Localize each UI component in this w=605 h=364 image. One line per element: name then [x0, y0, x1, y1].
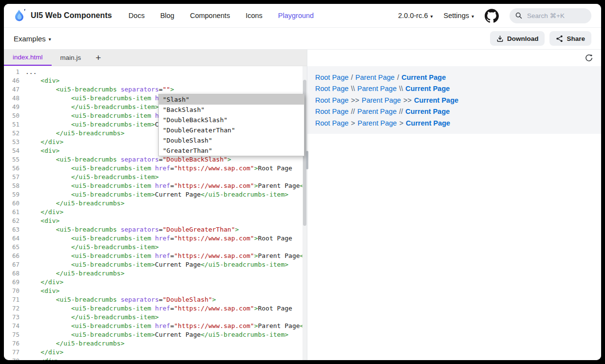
code-token: </ui5-breadcrumbs-item> — [71, 313, 159, 321]
nav-link-icons[interactable]: Icons — [246, 12, 263, 19]
download-button[interactable]: Download — [490, 31, 545, 46]
code-line[interactable]: 57 </ui5-breadcrumbs-item> — [4, 173, 307, 182]
code-line[interactable]: 75 <ui5-breadcrumbs-item>Current Page</u… — [4, 330, 307, 339]
version-label: 2.0.0-rc.6 — [398, 12, 428, 19]
code-line[interactable]: 76 </ui5-breadcrumbs> — [4, 339, 307, 348]
code-token: <ui5-breadcrumbs — [56, 296, 117, 303]
breadcrumb-link[interactable]: Root Page — [315, 85, 349, 92]
tab-main.js[interactable]: main.js — [52, 50, 90, 66]
autocomplete-item[interactable]: "DoubleBackSlash" — [159, 115, 304, 125]
code-line[interactable]: 69 </div> — [4, 278, 307, 287]
code-token: </ui5-breadcrumbs> — [56, 129, 125, 137]
code-text: </div> — [25, 278, 307, 287]
breadcrumb-link[interactable]: Parent Page — [358, 108, 397, 115]
nav-link-docs[interactable]: Docs — [129, 12, 145, 19]
download-label: Download — [507, 35, 539, 42]
code-token: Current Page — [155, 261, 201, 268]
code-line[interactable]: 60 </ui5-breadcrumbs> — [4, 199, 307, 208]
line-number: 75 — [4, 330, 25, 339]
line-number: 69 — [4, 278, 25, 287]
code-line[interactable]: 59 <ui5-breadcrumbs-item>Current Page</u… — [4, 190, 307, 199]
code-line[interactable]: 73 </ui5-breadcrumbs-item> — [4, 313, 307, 322]
breadcrumb-row: Root Page>Parent Page>Current Page — [315, 117, 593, 129]
share-button[interactable]: Share — [549, 31, 591, 46]
code-line[interactable]: 66 <ui5-breadcrumbs-item href="https://w… — [4, 252, 307, 260]
code-line[interactable]: 77 </div> — [4, 348, 307, 357]
code-text: <ui5-breadcrumbs separators="DoubleGreat… — [25, 225, 307, 234]
code-line[interactable]: 46 <div> — [4, 76, 307, 85]
breadcrumb-link[interactable]: Parent Page — [358, 85, 397, 92]
code-token — [117, 296, 121, 303]
autocomplete-item[interactable]: "DoubleGreaterThan" — [159, 125, 304, 135]
line-number: 57 — [4, 173, 25, 182]
code-line[interactable]: 56 <ui5-breadcrumbs-item href="https://w… — [4, 164, 307, 173]
code-line[interactable]: 65 </ui5-breadcrumbs-item> — [4, 243, 307, 252]
breadcrumb-link[interactable]: Parent Page — [358, 119, 397, 127]
code-line[interactable]: 78 <div> — [4, 357, 307, 360]
breadcrumb-current: Current Page — [405, 85, 450, 92]
autocomplete-item[interactable]: "BackSlash" — [159, 105, 304, 115]
autocomplete-item[interactable]: "GreaterThan" — [159, 146, 304, 156]
settings-dropdown[interactable]: Settings ▾ — [444, 12, 474, 19]
breadcrumb-row: Root Page//Parent Page//Current Page — [315, 106, 593, 118]
chevron-down-icon: ▾ — [49, 36, 51, 42]
code-token: <ui5-breadcrumbs-item — [71, 164, 151, 172]
code-token: </div> — [40, 138, 63, 146]
breadcrumb-link[interactable]: Root Page — [315, 108, 349, 115]
search-box[interactable] — [510, 8, 591, 23]
code-line[interactable]: 62 <div> — [4, 217, 307, 225]
code-token: = — [159, 86, 163, 93]
autocomplete-item[interactable]: "DoubleSlash" — [159, 135, 304, 146]
autocomplete-item[interactable]: "Slash" — [159, 94, 304, 105]
code-line[interactable]: 47 <ui5-breadcrumbs separators=""> — [4, 85, 307, 94]
code-token: Root Page — [258, 235, 292, 242]
github-link[interactable] — [485, 9, 499, 23]
code-line[interactable]: 63 <ui5-breadcrumbs separators="DoubleGr… — [4, 225, 307, 234]
code-line[interactable]: 64 <ui5-breadcrumbs-item href="https://w… — [4, 234, 307, 243]
code-token — [151, 94, 155, 102]
breadcrumb-link[interactable]: Parent Page — [356, 73, 395, 81]
nav-link-playground[interactable]: Playground — [278, 12, 314, 19]
brand[interactable]: UI5 Web Components — [14, 8, 112, 23]
code-line[interactable]: 74 <ui5-breadcrumbs-item href="https://w… — [4, 322, 307, 330]
nav-link-components[interactable]: Components — [190, 12, 230, 19]
code-line[interactable]: 70 <div> — [4, 287, 307, 295]
code-token: Parent Page — [258, 322, 300, 329]
line-number: 49 — [4, 103, 25, 111]
nav-link-blog[interactable]: Blog — [160, 12, 174, 19]
code-token — [25, 182, 71, 189]
line-number: 55 — [4, 155, 25, 164]
breadcrumb-link[interactable]: Root Page — [315, 119, 349, 127]
code-token: href — [155, 182, 170, 189]
new-tab-button[interactable]: + — [90, 50, 107, 66]
code-line[interactable]: 1... — [4, 68, 307, 76]
code-text: <ui5-breadcrumbs-item href="https://www.… — [25, 322, 307, 330]
code-token — [151, 112, 155, 119]
breadcrumb-separator: // — [399, 108, 403, 115]
code-line[interactable]: 71 <ui5-breadcrumbs separators="DoubleSl… — [4, 295, 307, 304]
splitter-handle[interactable] — [306, 151, 308, 169]
code-line[interactable]: 67 <ui5-breadcrumbs-item>Current Page</u… — [4, 260, 307, 269]
tab-index.html[interactable]: index.html — [4, 50, 52, 66]
line-number: 56 — [4, 164, 25, 173]
examples-dropdown[interactable]: Examples ▾ — [14, 35, 51, 43]
breadcrumb-link[interactable]: Root Page — [315, 96, 349, 104]
code-token: href — [155, 235, 170, 242]
code-text: <ui5-breadcrumbs-item>Current Page</ui5-… — [25, 330, 307, 339]
refresh-button[interactable] — [584, 53, 594, 63]
breadcrumb-link[interactable]: Root Page — [315, 73, 349, 81]
code-line[interactable]: 58 <ui5-breadcrumbs-item href="https://w… — [4, 182, 307, 190]
search-input[interactable] — [526, 12, 582, 20]
code-line[interactable]: 61 </div> — [4, 208, 307, 217]
code-line[interactable]: 72 <ui5-breadcrumbs-item href="https://w… — [4, 304, 307, 313]
code-line[interactable]: 68 </ui5-breadcrumbs> — [4, 269, 307, 278]
code-token: </ui5-breadcrumbs> — [56, 200, 125, 207]
preview-toolbar — [307, 50, 601, 66]
version-dropdown[interactable]: 2.0.0-rc.6 ▾ — [398, 12, 433, 19]
code-token: <ui5-breadcrumbs — [56, 226, 117, 233]
code-token: <div> — [40, 77, 59, 84]
line-number: 67 — [4, 260, 25, 269]
code-token — [25, 217, 40, 224]
code-line[interactable]: 55 <ui5-breadcrumbs separators="DoubleBa… — [4, 155, 307, 164]
breadcrumb-link[interactable]: Parent Page — [361, 96, 401, 104]
